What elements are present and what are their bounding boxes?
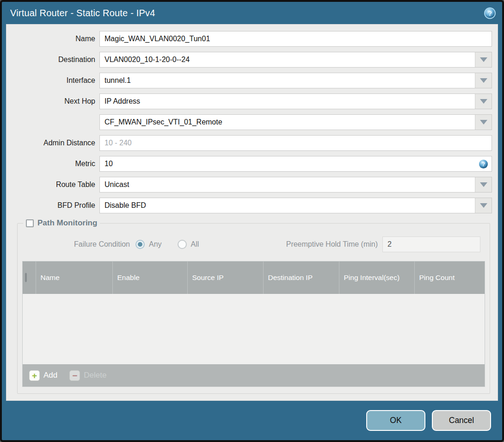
delete-button[interactable]: − Delete [69,370,106,381]
next-hop-dropdown-button[interactable] [475,94,492,109]
delete-button-label: Delete [84,371,106,380]
form-row-destination: Destination [6,52,492,68]
static-route-dialog: Virtual Router - Static Route - IPv4 ? N… [0,0,504,442]
path-monitoring-checkbox[interactable] [26,219,34,227]
preemptive-hold-time-label: Preemptive Hold Time (min) [286,240,382,249]
interface-label: Interface [6,76,99,85]
form-row-next-hop: Next Hop [6,93,492,109]
failure-condition-any-radio[interactable]: Any [135,240,162,249]
col-header-source-ip[interactable]: Source IP [187,261,263,294]
destination-label: Destination [6,56,99,64]
dialog-footer: OK Cancel [2,401,502,440]
route-table-dropdown-button[interactable] [475,177,492,192]
chevron-down-icon [480,203,487,208]
next-hop-address-dropdown-button[interactable] [475,115,492,130]
route-table-input[interactable] [99,177,492,193]
dialog-titlebar: Virtual Router - Static Route - IPv4 ? [2,2,502,24]
next-hop-type-input[interactable] [99,93,492,109]
col-header-destination-ip[interactable]: Destination IP [263,261,339,294]
destination-input[interactable] [99,52,492,68]
chevron-down-icon [480,99,487,104]
add-button-label: Add [43,371,57,380]
ok-button[interactable]: OK [366,410,425,431]
dialog-title: Virtual Router - Static Route - IPv4 [10,8,484,19]
failure-condition-label: Failure Condition [22,240,135,249]
form-row-route-table: Route Table [6,177,492,193]
metric-label: Metric [6,160,99,168]
col-header-ping-count[interactable]: Ping Count [414,261,485,294]
admin-distance-input[interactable] [99,135,492,151]
destination-dropdown-button[interactable] [475,52,492,67]
help-icon[interactable]: ? [484,7,496,19]
bfd-profile-label: BFD Profile [6,201,99,210]
metric-help-icon[interactable]: ? [479,160,488,168]
chevron-down-icon [480,120,487,125]
form-row-name: Name [6,31,492,47]
chevron-down-icon [480,57,487,62]
failure-condition-row: Failure Condition Any All Preemptive Hol… [22,236,480,253]
table-toolbar: + Add − Delete [23,364,485,386]
form-row-next-hop-address [6,114,492,130]
interface-dropdown-button[interactable] [475,73,492,88]
preemptive-hold-time-input[interactable] [382,237,480,252]
form-row-interface: Interface [6,73,492,88]
radio-any-label: Any [149,240,162,249]
radio-all-label: All [191,240,199,249]
cancel-button[interactable]: Cancel [432,410,491,431]
table-empty-body [23,294,485,364]
col-header-name[interactable]: Name [36,261,112,294]
form-panel: Name Destination Interface [6,24,498,401]
table-header-row: Name Enable Source IP Destination IP Pin… [23,261,485,294]
col-header-enable[interactable]: Enable [112,261,187,294]
next-hop-address-input[interactable] [99,114,492,130]
path-monitoring-section: Path Monitoring Failure Condition Any Al… [17,218,490,394]
bfd-profile-dropdown-button[interactable] [475,198,492,213]
chevron-down-icon [480,182,487,187]
add-button[interactable]: + Add [29,370,57,381]
bfd-profile-input[interactable] [99,198,492,213]
route-table-label: Route Table [6,181,99,189]
failure-condition-all-radio[interactable]: All [178,240,199,249]
name-input[interactable] [99,31,492,47]
form-row-metric: Metric ? [6,156,492,172]
next-hop-label: Next Hop [6,97,99,106]
radio-icon [135,240,145,249]
plus-icon: + [29,370,40,381]
form-row-admin-distance: Admin Distance [6,135,492,151]
radio-icon [178,240,187,249]
interface-input[interactable] [99,73,492,88]
form-row-bfd-profile: BFD Profile [6,198,492,213]
select-all-checkbox[interactable] [25,273,27,282]
path-monitoring-title: Path Monitoring [37,218,97,228]
path-monitoring-table: Name Enable Source IP Destination IP Pin… [22,261,485,387]
name-label: Name [6,35,99,43]
metric-input[interactable] [99,156,492,172]
chevron-down-icon [480,78,487,83]
admin-distance-label: Admin Distance [6,139,99,147]
minus-icon: − [69,370,80,381]
col-header-ping-interval[interactable]: Ping Interval(sec) [339,261,414,294]
